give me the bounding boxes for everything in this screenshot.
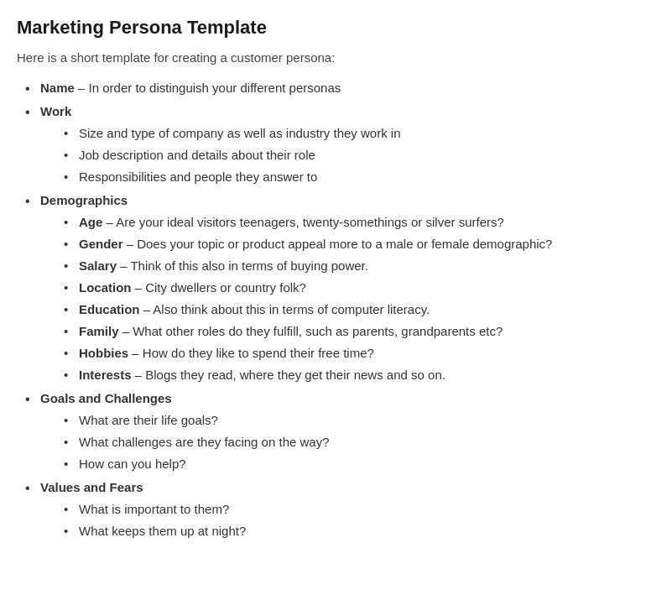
values-sub-2: What keeps them up at night?: [79, 524, 246, 538]
location-desc: – City dwellers or country folk?: [132, 280, 306, 295]
gender-label: Gender: [79, 237, 123, 251]
list-item: Size and type of company as well as indu…: [64, 123, 655, 144]
goals-sub-1: What are their life goals?: [79, 413, 218, 427]
goals-label: Goals and Challenges: [40, 391, 172, 405]
list-item: Age – Are your ideal visitors teenagers,…: [64, 212, 655, 232]
list-item: Job description and details about their …: [64, 145, 655, 165]
work-sublist: Size and type of company as well as indu…: [40, 123, 655, 187]
list-item: What is important to them?: [64, 499, 655, 519]
list-item: Hobbies – How do they like to spend thei…: [64, 343, 655, 363]
name-description: – In order to distinguish your different…: [75, 81, 341, 95]
interests-desc: – Blogs they read, where they get their …: [132, 368, 445, 382]
salary-label: Salary: [79, 258, 117, 273]
demographics-sublist: Age – Are your ideal visitors teenagers,…: [40, 212, 655, 385]
goals-sub-2: What challenges are they facing on the w…: [79, 435, 330, 449]
name-label: Name: [40, 81, 75, 95]
values-sublist: What is important to them? What keeps th…: [40, 499, 655, 541]
work-sub-1: Size and type of company as well as indu…: [79, 126, 401, 140]
list-item-work: Work Size and type of company as well as…: [25, 102, 655, 187]
page-title: Marketing Persona Template: [17, 17, 655, 39]
list-item: Responsibilities and people they answer …: [64, 167, 655, 187]
list-item: What challenges are they facing on the w…: [64, 432, 655, 452]
list-item-goals: Goals and Challenges What are their life…: [25, 389, 655, 474]
age-label: Age: [79, 215, 102, 229]
interests-label: Interests: [79, 368, 132, 382]
list-item-name: Name – In order to distinguish your diff…: [25, 78, 655, 98]
list-item: Salary – Think of this also in terms of …: [64, 256, 655, 276]
values-label: Values and Fears: [40, 480, 143, 494]
hobbies-label: Hobbies: [79, 346, 128, 360]
family-label: Family: [79, 324, 119, 338]
family-desc: – What other roles do they fulfill, such…: [119, 324, 503, 338]
work-sub-2: Job description and details about their …: [79, 148, 315, 162]
location-label: Location: [79, 280, 132, 295]
intro-text: Here is a short template for creating a …: [17, 50, 655, 65]
list-item: How can you help?: [64, 454, 655, 474]
list-item: Interests – Blogs they read, where they …: [64, 365, 655, 385]
goals-sub-3: How can you help?: [79, 457, 186, 471]
gender-desc: – Does your topic or product appeal more…: [123, 237, 553, 251]
list-item-demographics: Demographics Age – Are your ideal visito…: [25, 191, 655, 385]
list-item: What keeps them up at night?: [64, 521, 655, 541]
goals-sublist: What are their life goals? What challeng…: [40, 410, 655, 474]
demographics-label: Demographics: [40, 193, 128, 207]
education-desc: – Also think about this in terms of comp…: [140, 302, 430, 316]
list-item: What are their life goals?: [64, 410, 655, 431]
salary-desc: – Think of this also in terms of buying …: [117, 258, 368, 273]
work-sub-3: Responsibilities and people they answer …: [79, 170, 317, 184]
main-list: Name – In order to distinguish your diff…: [17, 78, 655, 541]
education-label: Education: [79, 302, 140, 316]
list-item: Location – City dwellers or country folk…: [64, 278, 655, 298]
hobbies-desc: – How do they like to spend their free t…: [128, 346, 374, 360]
list-item: Family – What other roles do they fulfil…: [64, 321, 655, 342]
list-item-values: Values and Fears What is important to th…: [25, 478, 655, 541]
list-item: Education – Also think about this in ter…: [64, 300, 655, 320]
age-desc: – Are your ideal visitors teenagers, twe…: [102, 215, 504, 229]
work-label: Work: [40, 104, 71, 118]
values-sub-1: What is important to them?: [79, 502, 229, 516]
list-item: Gender – Does your topic or product appe…: [64, 234, 655, 254]
